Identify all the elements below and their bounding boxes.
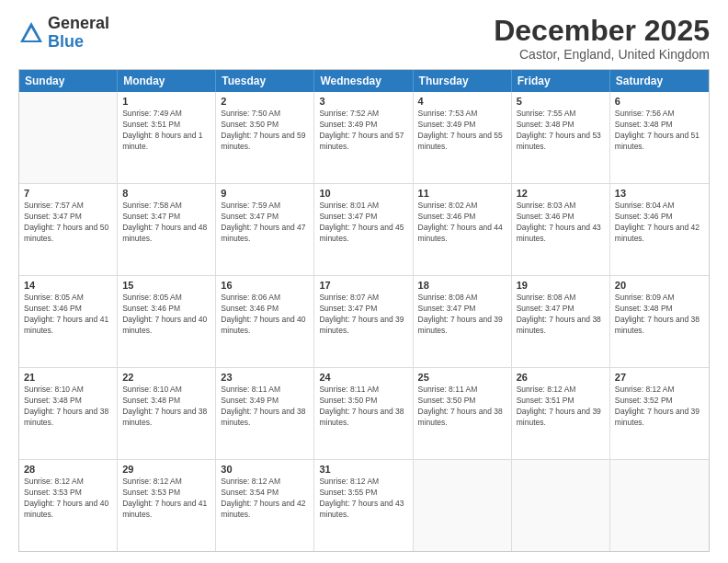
logo-icon — [18, 20, 44, 46]
calendar-row-4: 28Sunrise: 8:12 AMSunset: 3:53 PMDayligh… — [19, 460, 709, 551]
cell-info: Sunrise: 8:10 AMSunset: 3:48 PMDaylight:… — [24, 385, 112, 429]
calendar-cell: 22Sunrise: 8:10 AMSunset: 3:48 PMDayligh… — [118, 368, 216, 459]
header-day-monday: Monday — [118, 70, 216, 92]
day-number: 3 — [319, 96, 407, 107]
calendar-cell: 1Sunrise: 7:49 AMSunset: 3:51 PMDaylight… — [118, 92, 216, 183]
header-day-tuesday: Tuesday — [216, 70, 314, 92]
calendar-cell: 25Sunrise: 8:11 AMSunset: 3:50 PMDayligh… — [414, 368, 512, 459]
day-number: 26 — [517, 372, 605, 383]
calendar-cell: 8Sunrise: 7:58 AMSunset: 3:47 PMDaylight… — [118, 184, 216, 275]
calendar-header: SundayMondayTuesdayWednesdayThursdayFrid… — [19, 70, 709, 92]
calendar-cell: 29Sunrise: 8:12 AMSunset: 3:53 PMDayligh… — [118, 460, 216, 551]
calendar-cell: 10Sunrise: 8:01 AMSunset: 3:47 PMDayligh… — [314, 184, 413, 275]
day-number: 18 — [418, 280, 506, 291]
cell-info: Sunrise: 8:08 AMSunset: 3:47 PMDaylight:… — [517, 293, 605, 337]
calendar-cell: 5Sunrise: 7:55 AMSunset: 3:48 PMDaylight… — [512, 92, 610, 183]
calendar-cell — [610, 460, 709, 551]
calendar-cell: 19Sunrise: 8:08 AMSunset: 3:47 PMDayligh… — [512, 276, 610, 367]
cell-info: Sunrise: 8:11 AMSunset: 3:50 PMDaylight:… — [319, 385, 407, 429]
cell-info: Sunrise: 8:09 AMSunset: 3:48 PMDaylight:… — [615, 293, 704, 337]
cell-info: Sunrise: 8:07 AMSunset: 3:47 PMDaylight:… — [319, 293, 407, 337]
day-number: 11 — [418, 188, 506, 199]
calendar-cell: 14Sunrise: 8:05 AMSunset: 3:46 PMDayligh… — [19, 276, 118, 367]
calendar-cell: 27Sunrise: 8:12 AMSunset: 3:52 PMDayligh… — [610, 368, 709, 459]
header-day-wednesday: Wednesday — [314, 70, 413, 92]
day-number: 5 — [517, 96, 605, 107]
logo-blue: Blue — [48, 32, 84, 51]
day-number: 4 — [418, 96, 506, 107]
logo-text: General Blue — [48, 15, 109, 52]
day-number: 10 — [319, 188, 407, 199]
calendar-cell: 12Sunrise: 8:03 AMSunset: 3:46 PMDayligh… — [512, 184, 610, 275]
calendar-cell: 30Sunrise: 8:12 AMSunset: 3:54 PMDayligh… — [216, 460, 314, 551]
calendar-row-0: 1Sunrise: 7:49 AMSunset: 3:51 PMDaylight… — [19, 92, 709, 184]
header-day-thursday: Thursday — [414, 70, 512, 92]
calendar-cell — [19, 92, 118, 183]
calendar-cell: 24Sunrise: 8:11 AMSunset: 3:50 PMDayligh… — [314, 368, 413, 459]
day-number: 2 — [221, 96, 309, 107]
calendar: SundayMondayTuesdayWednesdayThursdayFrid… — [18, 69, 710, 552]
cell-info: Sunrise: 7:55 AMSunset: 3:48 PMDaylight:… — [517, 109, 605, 153]
calendar-cell: 20Sunrise: 8:09 AMSunset: 3:48 PMDayligh… — [610, 276, 709, 367]
day-number: 22 — [122, 372, 210, 383]
calendar-cell — [512, 460, 610, 551]
day-number: 28 — [24, 464, 112, 475]
logo-general: General — [48, 14, 109, 32]
calendar-cell: 7Sunrise: 7:57 AMSunset: 3:47 PMDaylight… — [19, 184, 118, 275]
month-title: December 2025 — [494, 15, 710, 47]
header: General Blue December 2025 Castor, Engla… — [18, 15, 710, 62]
cell-info: Sunrise: 8:08 AMSunset: 3:47 PMDaylight:… — [418, 293, 506, 337]
day-number: 21 — [24, 372, 112, 383]
calendar-cell: 26Sunrise: 8:12 AMSunset: 3:51 PMDayligh… — [512, 368, 610, 459]
cell-info: Sunrise: 7:50 AMSunset: 3:50 PMDaylight:… — [221, 109, 309, 153]
calendar-cell: 2Sunrise: 7:50 AMSunset: 3:50 PMDaylight… — [216, 92, 314, 183]
header-day-friday: Friday — [512, 70, 610, 92]
cell-info: Sunrise: 8:03 AMSunset: 3:46 PMDaylight:… — [517, 201, 605, 245]
day-number: 14 — [24, 280, 112, 291]
day-number: 8 — [122, 188, 210, 199]
cell-info: Sunrise: 8:12 AMSunset: 3:52 PMDaylight:… — [615, 385, 704, 429]
day-number: 24 — [319, 372, 407, 383]
day-number: 13 — [615, 188, 704, 199]
day-number: 25 — [418, 372, 506, 383]
cell-info: Sunrise: 8:05 AMSunset: 3:46 PMDaylight:… — [24, 293, 112, 337]
calendar-cell: 28Sunrise: 8:12 AMSunset: 3:53 PMDayligh… — [19, 460, 118, 551]
calendar-cell: 9Sunrise: 7:59 AMSunset: 3:47 PMDaylight… — [216, 184, 314, 275]
cell-info: Sunrise: 7:58 AMSunset: 3:47 PMDaylight:… — [122, 201, 210, 245]
cell-info: Sunrise: 7:53 AMSunset: 3:49 PMDaylight:… — [418, 109, 506, 153]
calendar-cell: 21Sunrise: 8:10 AMSunset: 3:48 PMDayligh… — [19, 368, 118, 459]
cell-info: Sunrise: 8:01 AMSunset: 3:47 PMDaylight:… — [319, 201, 407, 245]
day-number: 17 — [319, 280, 407, 291]
calendar-cell: 3Sunrise: 7:52 AMSunset: 3:49 PMDaylight… — [314, 92, 413, 183]
day-number: 16 — [221, 280, 309, 291]
cell-info: Sunrise: 8:11 AMSunset: 3:50 PMDaylight:… — [418, 385, 506, 429]
cell-info: Sunrise: 8:02 AMSunset: 3:46 PMDaylight:… — [418, 201, 506, 245]
cell-info: Sunrise: 7:59 AMSunset: 3:47 PMDaylight:… — [221, 201, 309, 245]
title-block: December 2025 Castor, England, United Ki… — [494, 15, 710, 62]
cell-info: Sunrise: 8:12 AMSunset: 3:51 PMDaylight:… — [517, 385, 605, 429]
cell-info: Sunrise: 8:12 AMSunset: 3:53 PMDaylight:… — [122, 477, 210, 521]
calendar-cell — [414, 460, 512, 551]
calendar-body: 1Sunrise: 7:49 AMSunset: 3:51 PMDaylight… — [19, 92, 709, 551]
cell-info: Sunrise: 8:12 AMSunset: 3:55 PMDaylight:… — [319, 477, 407, 521]
cell-info: Sunrise: 8:11 AMSunset: 3:49 PMDaylight:… — [221, 385, 309, 429]
calendar-row-1: 7Sunrise: 7:57 AMSunset: 3:47 PMDaylight… — [19, 184, 709, 276]
cell-info: Sunrise: 8:12 AMSunset: 3:54 PMDaylight:… — [221, 477, 309, 521]
calendar-cell: 17Sunrise: 8:07 AMSunset: 3:47 PMDayligh… — [314, 276, 413, 367]
day-number: 29 — [122, 464, 210, 475]
location: Castor, England, United Kingdom — [494, 47, 710, 62]
calendar-row-3: 21Sunrise: 8:10 AMSunset: 3:48 PMDayligh… — [19, 368, 709, 460]
cell-info: Sunrise: 7:57 AMSunset: 3:47 PMDaylight:… — [24, 201, 112, 245]
day-number: 12 — [517, 188, 605, 199]
cell-info: Sunrise: 7:52 AMSunset: 3:49 PMDaylight:… — [319, 109, 407, 153]
calendar-cell: 31Sunrise: 8:12 AMSunset: 3:55 PMDayligh… — [314, 460, 413, 551]
calendar-cell: 6Sunrise: 7:56 AMSunset: 3:48 PMDaylight… — [610, 92, 709, 183]
day-number: 9 — [221, 188, 309, 199]
calendar-cell: 23Sunrise: 8:11 AMSunset: 3:49 PMDayligh… — [216, 368, 314, 459]
day-number: 7 — [24, 188, 112, 199]
calendar-cell: 18Sunrise: 8:08 AMSunset: 3:47 PMDayligh… — [414, 276, 512, 367]
day-number: 19 — [517, 280, 605, 291]
header-day-saturday: Saturday — [610, 70, 709, 92]
calendar-cell: 13Sunrise: 8:04 AMSunset: 3:46 PMDayligh… — [610, 184, 709, 275]
calendar-cell: 4Sunrise: 7:53 AMSunset: 3:49 PMDaylight… — [414, 92, 512, 183]
